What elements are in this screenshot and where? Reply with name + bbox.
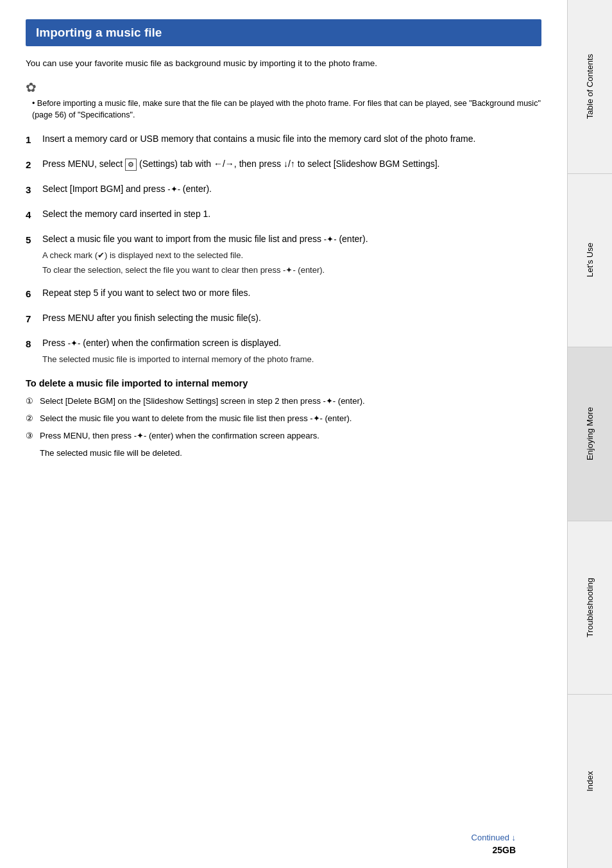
step-text-8: Press -✦- (enter) when the confirmation … <box>42 336 541 365</box>
enter-icon-d2: -✦- <box>310 412 323 425</box>
delete-step-2: ② Select the music file you want to dele… <box>26 412 541 426</box>
enter-icon-3: -✦- <box>167 183 180 196</box>
step-number-5: 5 <box>26 232 42 248</box>
step-number-4: 4 <box>26 207 42 223</box>
enter-icon-5b: -✦- <box>283 264 296 277</box>
step-5-sub2: To clear the selection, select the file … <box>42 264 541 277</box>
enter-icon-d3: -✦- <box>134 430 147 442</box>
sidebar: Table of Contents Let's Use Enjoying Mor… <box>567 0 612 868</box>
step-number-2: 2 <box>26 157 42 173</box>
settings-icon: ⚙ <box>125 159 137 171</box>
page-footer: Continued ↓ 25GB <box>472 833 516 855</box>
step-3: 3 Select [Import BGM] and press -✦- (ent… <box>26 182 541 198</box>
tip-icon: ✿ <box>26 80 541 95</box>
step-text-2: Press MENU, select ⚙ (Settings) tab with… <box>42 157 541 171</box>
page-number: 25GB <box>492 845 516 855</box>
step-number-7: 7 <box>26 311 42 327</box>
step-5-sub1: A check mark (✔) is displayed next to th… <box>42 249 541 262</box>
step-text-5: Select a music file you want to import f… <box>42 232 541 277</box>
step-2: 2 Press MENU, select ⚙ (Settings) tab wi… <box>26 157 541 173</box>
step-text-6: Repeat step 5 if you want to select two … <box>42 286 541 300</box>
sidebar-tab-toc-label: Table of Contents <box>585 54 595 119</box>
continued-text: Continued ↓ <box>472 833 516 842</box>
delete-step-text-2: Select the music file you want to delete… <box>40 412 541 425</box>
enter-icon-8: -✦- <box>68 337 81 351</box>
step-number-1: 1 <box>26 132 42 148</box>
intro-text: You can use your favorite music file as … <box>26 56 541 71</box>
step-text-7: Press MENU after you finish selecting th… <box>42 311 541 325</box>
delete-step-num-2: ② <box>26 412 40 426</box>
delete-step-num-3: ③ <box>26 430 40 443</box>
sidebar-tab-index[interactable]: Index <box>568 695 612 868</box>
sidebar-tab-toc[interactable]: Table of Contents <box>568 0 612 174</box>
delete-step-num-1: ① <box>26 395 40 408</box>
page-title: Importing a music file <box>26 19 541 46</box>
step-1: 1 Insert a memory card or USB memory tha… <box>26 132 541 148</box>
delete-step-3-sub: The selected music file will be deleted. <box>26 447 541 460</box>
delete-step-text-1: Select [Delete BGM] on the [Slideshow Se… <box>40 395 541 408</box>
step-8-sub1: The selected music file is imported to i… <box>42 353 541 366</box>
delete-step-text-3: Press MENU, then press -✦- (enter) when … <box>40 430 541 442</box>
delete-section-heading: To delete a music file imported to inter… <box>26 378 541 388</box>
sidebar-tab-letsuse[interactable]: Let's Use <box>568 174 612 348</box>
delete-steps-list: ① Select [Delete BGM] on the [Slideshow … <box>26 395 541 460</box>
sidebar-tab-troubleshooting-label: Troubleshooting <box>585 578 595 638</box>
delete-step-1: ① Select [Delete BGM] on the [Slideshow … <box>26 395 541 408</box>
step-7: 7 Press MENU after you finish selecting … <box>26 311 541 327</box>
main-content: Importing a music file You can use your … <box>0 0 567 868</box>
step-text-1: Insert a memory card or USB memory that … <box>42 132 541 146</box>
step-6: 6 Repeat step 5 if you want to select tw… <box>26 286 541 302</box>
delete-step-3: ③ Press MENU, then press -✦- (enter) whe… <box>26 430 541 460</box>
enter-icon-d1: -✦- <box>323 395 336 408</box>
step-8: 8 Press -✦- (enter) when the confirmatio… <box>26 336 541 365</box>
step-number-8: 8 <box>26 336 42 352</box>
tip-block: ✿ • Before importing a music file, make … <box>26 80 541 122</box>
sidebar-tab-letsuse-label: Let's Use <box>585 243 595 277</box>
step-4: 4 Select the memory card inserted in ste… <box>26 207 541 223</box>
step-number-3: 3 <box>26 182 42 198</box>
enter-icon-5: -✦- <box>324 233 337 247</box>
step-number-6: 6 <box>26 286 42 302</box>
steps-list: 1 Insert a memory card or USB memory tha… <box>26 132 541 365</box>
sidebar-tab-troubleshooting[interactable]: Troubleshooting <box>568 521 612 695</box>
step-5: 5 Select a music file you want to import… <box>26 232 541 277</box>
step-text-4: Select the memory card inserted in step … <box>42 207 541 221</box>
sidebar-tab-enjoying[interactable]: Enjoying More <box>568 347 612 521</box>
tip-note: • Before importing a music file, make su… <box>26 98 541 122</box>
sidebar-tab-index-label: Index <box>585 771 595 792</box>
step-text-3: Select [Import BGM] and press -✦- (enter… <box>42 182 541 196</box>
sidebar-tab-enjoying-label: Enjoying More <box>585 407 595 460</box>
